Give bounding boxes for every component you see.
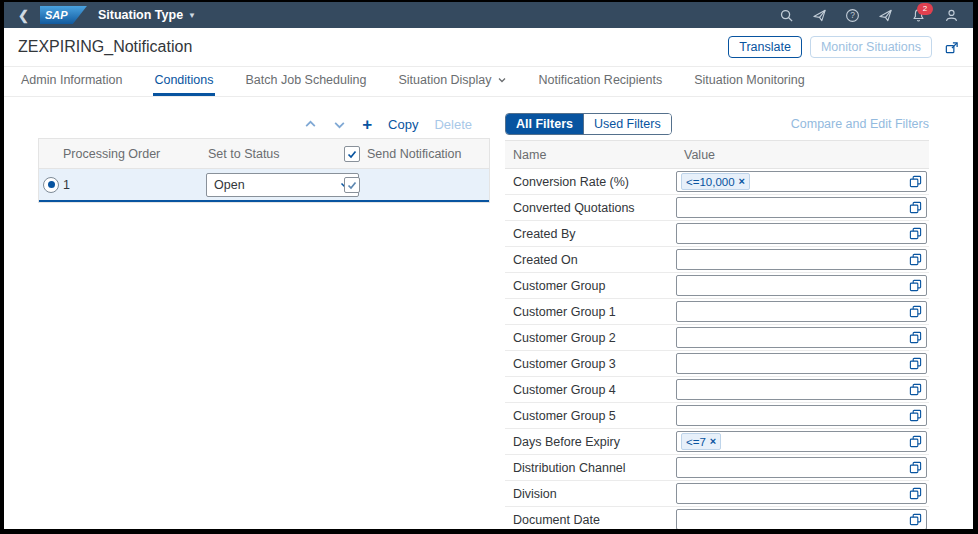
filters-panel: All Filters Used Filters Compare and Edi… — [505, 112, 929, 529]
app-window: ❮ SAP Situation Type ▼ ? 2 — [4, 2, 973, 529]
value-help-icon[interactable] — [909, 305, 922, 318]
value-help-icon[interactable] — [909, 409, 922, 422]
condition-row[interactable]: 1 Open — [39, 169, 489, 202]
filter-value-input[interactable] — [676, 249, 927, 270]
filter-value-input[interactable] — [676, 327, 927, 348]
status-select[interactable]: Open — [206, 173, 359, 197]
shell-bar: ❮ SAP Situation Type ▼ ? 2 — [4, 2, 973, 28]
token-remove-icon[interactable]: × — [739, 176, 745, 187]
send-notification-header-checkbox[interactable] — [344, 146, 360, 162]
filter-row: Customer Group 1 — [505, 299, 929, 325]
filter-value-input[interactable]: <=7 × — [676, 431, 927, 452]
value-help-icon[interactable] — [909, 435, 922, 448]
bell-icon[interactable]: 2 — [911, 8, 926, 23]
filter-value-input[interactable]: <=10,000 × — [676, 171, 927, 192]
filter-value-input[interactable] — [676, 353, 927, 374]
feedback-icon[interactable] — [878, 8, 893, 23]
filter-value-input[interactable] — [676, 457, 927, 478]
value-help-icon[interactable] — [909, 227, 922, 240]
column-value: Value — [676, 148, 929, 162]
filter-value-input[interactable] — [676, 275, 927, 296]
filter-row: Document Date — [505, 507, 929, 529]
open-in-new-icon[interactable] — [944, 40, 959, 55]
copy-button[interactable]: Copy — [388, 117, 418, 132]
tab-notification-recipients[interactable]: Notification Recipients — [538, 67, 664, 96]
value-help-icon[interactable] — [909, 383, 922, 396]
move-up-icon[interactable] — [304, 118, 317, 131]
translate-button[interactable]: Translate — [728, 36, 802, 58]
filter-row: Customer Group 3 — [505, 351, 929, 377]
value-help-icon[interactable] — [909, 201, 922, 214]
filter-row: Customer Group 4 — [505, 377, 929, 403]
sap-logo[interactable]: SAP — [40, 6, 87, 24]
compare-edit-filters-link[interactable]: Compare and Edit Filters — [791, 117, 929, 131]
add-icon[interactable]: + — [362, 116, 372, 133]
filter-row: Distribution Channel — [505, 455, 929, 481]
notification-badge: 2 — [917, 3, 933, 15]
monitor-situations-button[interactable]: Monitor Situations — [810, 36, 932, 58]
value-help-icon[interactable] — [909, 331, 922, 344]
filter-value-input[interactable] — [676, 483, 927, 504]
megaphone-icon[interactable] — [812, 8, 827, 23]
conditions-table: Processing Order Set to Status Send Noti… — [38, 138, 490, 203]
value-help-icon[interactable] — [909, 175, 922, 188]
value-help-icon[interactable] — [909, 253, 922, 266]
chevron-down-icon: ▼ — [188, 11, 196, 20]
page-header: ZEXPIRING_Notification Translate Monitor… — [4, 28, 973, 67]
processing-order-value: 1 — [61, 178, 206, 192]
app-title-menu[interactable]: Situation Type ▼ — [98, 8, 196, 22]
filter-row: Division — [505, 481, 929, 507]
value-help-icon[interactable] — [909, 279, 922, 292]
tab-batch-job-scheduling[interactable]: Batch Job Scheduling — [245, 67, 368, 96]
tab-situation-display[interactable]: Situation Display — [397, 67, 507, 96]
conditions-table-header: Processing Order Set to Status Send Noti… — [39, 139, 489, 169]
tab-bar: Admin Information Conditions Batch Job S… — [4, 67, 973, 97]
conditions-panel: + Copy Delete Processing Order Set to St… — [38, 112, 490, 203]
filter-value-input[interactable] — [676, 223, 927, 244]
move-down-icon[interactable] — [333, 118, 346, 131]
filters-segmented-control: All Filters Used Filters — [505, 113, 672, 135]
filter-value-input[interactable] — [676, 197, 927, 218]
filters-table-header: Name Value — [505, 140, 929, 169]
column-send-notification: Send Notification — [367, 147, 462, 161]
chevron-down-icon — [497, 75, 507, 85]
filter-row: Created On — [505, 247, 929, 273]
value-help-icon[interactable] — [909, 461, 922, 474]
person-icon[interactable] — [944, 8, 959, 23]
filter-value-input[interactable] — [676, 405, 927, 426]
filter-value-input[interactable] — [676, 379, 927, 400]
filter-row: Customer Group — [505, 273, 929, 299]
column-set-to-status: Set to Status — [206, 147, 344, 161]
value-help-icon[interactable] — [909, 487, 922, 500]
tab-conditions[interactable]: Conditions — [153, 67, 214, 96]
column-processing-order: Processing Order — [61, 147, 206, 161]
shell-actions: ? 2 — [779, 8, 959, 23]
filter-value-input[interactable] — [676, 509, 927, 529]
send-notification-row-checkbox[interactable] — [344, 177, 360, 193]
filter-row: Customer Group 5 — [505, 403, 929, 429]
filters-table: Conversion Rate (%) <=10,000 × — [505, 169, 929, 529]
help-icon[interactable]: ? — [845, 8, 860, 23]
content-area: + Copy Delete Processing Order Set to St… — [4, 97, 973, 529]
filters-toolbar: All Filters Used Filters Compare and Edi… — [505, 112, 929, 136]
back-icon[interactable]: ❮ — [18, 9, 29, 22]
delete-button[interactable]: Delete — [434, 117, 472, 132]
filter-row: Days Before Expiry <=7 × — [505, 429, 929, 455]
used-filters-button[interactable]: Used Filters — [583, 114, 671, 134]
row-select-radio[interactable] — [43, 177, 59, 193]
filter-row: Created By — [505, 221, 929, 247]
filter-row: Converted Quotations — [505, 195, 929, 221]
tab-admin-information[interactable]: Admin Information — [20, 67, 123, 96]
tab-situation-monitoring[interactable]: Situation Monitoring — [693, 67, 805, 96]
value-help-icon[interactable] — [909, 513, 922, 526]
svg-text:?: ? — [850, 10, 855, 20]
filter-row: Conversion Rate (%) <=10,000 × — [505, 169, 929, 195]
filter-token: <=10,000 × — [681, 173, 750, 190]
filter-value-input[interactable] — [676, 301, 927, 322]
conditions-toolbar: + Copy Delete — [38, 112, 490, 136]
value-help-icon[interactable] — [909, 357, 922, 370]
column-name: Name — [505, 148, 676, 162]
search-icon[interactable] — [779, 8, 794, 23]
all-filters-button[interactable]: All Filters — [506, 114, 583, 134]
token-remove-icon[interactable]: × — [710, 436, 716, 447]
